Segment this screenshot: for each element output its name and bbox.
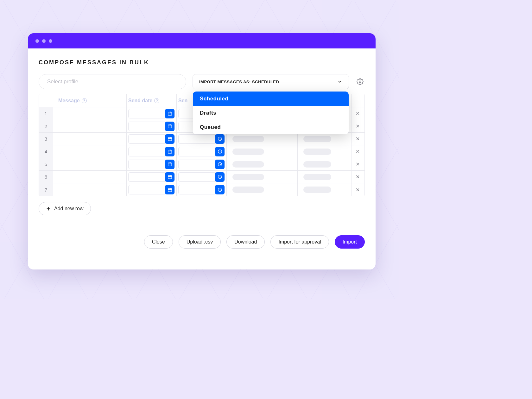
send-date-cell: [127, 158, 177, 170]
placeholder-cell: [227, 133, 298, 145]
close-icon: ✕: [356, 136, 360, 142]
row-number: 5: [39, 158, 53, 170]
send-date-cell: [127, 120, 177, 132]
column-header-number: [39, 94, 53, 107]
app-window: Compose Messages in Bulk Select profile …: [28, 33, 376, 269]
clock-icon[interactable]: [215, 185, 225, 194]
placeholder-cell: [298, 145, 352, 158]
date-input[interactable]: [128, 134, 175, 144]
row-number: 1: [39, 107, 53, 120]
placeholder-pill: [303, 136, 331, 142]
delete-row-button[interactable]: ✕: [352, 145, 364, 158]
date-input[interactable]: [128, 122, 175, 131]
message-cell[interactable]: [53, 158, 127, 170]
help-icon[interactable]: ?: [154, 98, 159, 103]
message-cell[interactable]: [53, 120, 127, 132]
placeholder-pill: [232, 149, 264, 155]
close-icon: ✕: [356, 174, 360, 180]
message-cell[interactable]: [53, 183, 127, 196]
traffic-light-dot[interactable]: [35, 39, 39, 43]
close-icon: ✕: [356, 111, 360, 117]
calendar-icon[interactable]: [165, 160, 174, 169]
date-input[interactable]: [128, 160, 175, 169]
svg-rect-31: [168, 188, 171, 192]
message-cell[interactable]: [53, 107, 127, 120]
date-input[interactable]: [128, 172, 175, 182]
close-icon: ✕: [356, 187, 360, 193]
svg-rect-26: [168, 175, 171, 179]
delete-row-button[interactable]: ✕: [352, 171, 364, 183]
traffic-light-dot[interactable]: [49, 39, 52, 43]
placeholder-cell: [227, 183, 298, 196]
calendar-icon[interactable]: [165, 134, 174, 144]
plus-icon: [46, 206, 51, 211]
table-row: 5✕: [39, 158, 364, 171]
time-input[interactable]: [178, 172, 225, 182]
message-cell[interactable]: [53, 133, 127, 145]
calendar-icon[interactable]: [165, 185, 174, 194]
page-title: Compose Messages in Bulk: [39, 59, 365, 66]
date-input[interactable]: [128, 185, 175, 194]
placeholder-pill: [303, 161, 331, 168]
import-as-select[interactable]: IMPORT MESSAGES AS: SCHEDULED Scheduled …: [193, 74, 349, 89]
placeholder-pill: [303, 149, 331, 155]
upload-csv-button[interactable]: Upload .csv: [179, 235, 221, 249]
placeholder-cell: [298, 158, 352, 170]
date-input[interactable]: [128, 147, 175, 156]
gear-icon: [357, 78, 364, 85]
time-input[interactable]: [178, 185, 225, 194]
column-header-send-date: Send date ?: [127, 94, 177, 107]
titlebar: [28, 33, 376, 48]
placeholder-cell: [227, 158, 298, 170]
time-input[interactable]: [178, 134, 225, 144]
row-number: 2: [39, 120, 53, 132]
traffic-light-dot[interactable]: [42, 39, 46, 43]
calendar-icon[interactable]: [165, 172, 174, 182]
time-input[interactable]: [178, 147, 225, 156]
send-date-cell: [127, 183, 177, 196]
import-button[interactable]: Import: [335, 235, 365, 249]
dropdown-option-drafts[interactable]: Drafts: [193, 106, 349, 120]
clock-icon[interactable]: [215, 134, 225, 144]
svg-point-0: [359, 81, 361, 83]
calendar-icon[interactable]: [165, 147, 174, 156]
delete-row-button[interactable]: ✕: [352, 158, 364, 170]
send-time-cell: [177, 145, 227, 158]
dropdown-option-scheduled[interactable]: Scheduled: [193, 92, 349, 106]
time-input[interactable]: [178, 160, 225, 169]
help-icon[interactable]: ?: [82, 98, 87, 103]
dropdown-option-queued[interactable]: Queued: [193, 120, 349, 134]
import-select-label: IMPORT MESSAGES AS: SCHEDULED: [199, 79, 279, 84]
row-number: 6: [39, 171, 53, 183]
placeholder-cell: [298, 183, 352, 196]
delete-row-button[interactable]: ✕: [352, 183, 364, 196]
delete-row-button[interactable]: ✕: [352, 120, 364, 132]
delete-row-button[interactable]: ✕: [352, 133, 364, 145]
date-input[interactable]: [128, 109, 175, 118]
table-row: 4✕: [39, 145, 364, 158]
delete-row-button[interactable]: ✕: [352, 107, 364, 120]
send-time-cell: [177, 183, 227, 196]
import-for-approval-button[interactable]: Import for approval: [270, 235, 329, 249]
calendar-icon[interactable]: [165, 109, 174, 118]
calendar-icon[interactable]: [165, 122, 174, 131]
send-date-cell: [127, 145, 177, 158]
clock-icon[interactable]: [215, 160, 225, 169]
close-icon: ✕: [356, 123, 360, 129]
placeholder-pill: [232, 187, 264, 193]
svg-rect-16: [168, 150, 171, 153]
placeholder-pill: [232, 174, 264, 180]
add-new-row-button[interactable]: Add new row: [39, 202, 91, 215]
message-cell[interactable]: [53, 171, 127, 183]
settings-button[interactable]: [355, 77, 365, 86]
clock-icon[interactable]: [215, 147, 225, 156]
clock-icon[interactable]: [215, 172, 225, 182]
send-date-cell: [127, 107, 177, 120]
placeholder-cell: [227, 171, 298, 183]
message-cell[interactable]: [53, 145, 127, 158]
svg-rect-6: [168, 125, 171, 128]
download-button[interactable]: Download: [226, 235, 265, 249]
profile-select[interactable]: Select profile: [39, 74, 186, 89]
close-button[interactable]: Close: [144, 235, 173, 249]
send-time-cell: [177, 171, 227, 183]
